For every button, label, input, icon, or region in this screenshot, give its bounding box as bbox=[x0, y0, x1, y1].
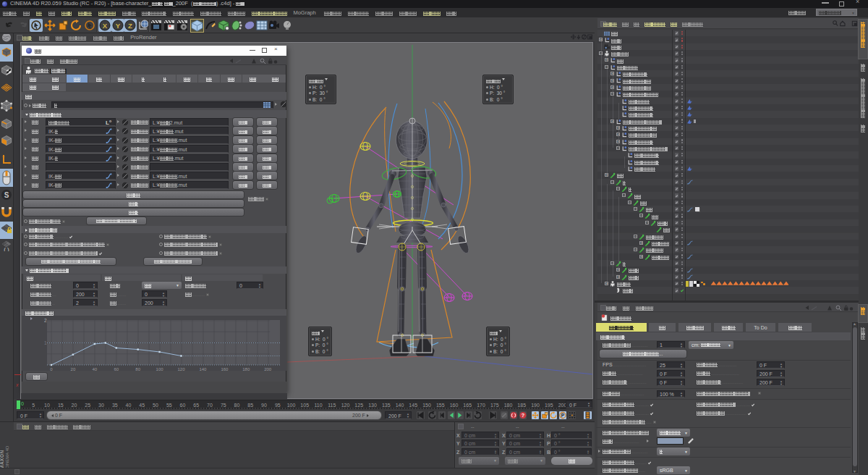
svg-text:105: 105 bbox=[300, 403, 309, 408]
svg-text:185: 185 bbox=[517, 403, 526, 408]
svg-text:10: 10 bbox=[44, 403, 50, 408]
svg-text:S: S bbox=[4, 191, 9, 199]
svg-text:40: 40 bbox=[126, 403, 132, 408]
svg-text:95: 95 bbox=[275, 403, 281, 408]
svg-text:75: 75 bbox=[221, 403, 226, 408]
svg-text:( ): ( ) bbox=[4, 246, 9, 252]
svg-text:90: 90 bbox=[261, 403, 267, 408]
svg-text:P: P bbox=[561, 413, 565, 418]
svg-text:20: 20 bbox=[72, 403, 77, 408]
svg-text:50: 50 bbox=[153, 403, 158, 408]
svg-text:115: 115 bbox=[328, 403, 336, 408]
svg-text:170: 170 bbox=[477, 403, 485, 408]
svg-text:70: 70 bbox=[207, 403, 213, 408]
svg-text:Z: Z bbox=[128, 22, 132, 30]
svg-text:195: 195 bbox=[545, 403, 553, 408]
svg-text:Y: Y bbox=[115, 22, 120, 30]
svg-text:X: X bbox=[103, 22, 108, 30]
svg-text:180: 180 bbox=[504, 403, 513, 408]
svg-text:110: 110 bbox=[314, 403, 322, 408]
svg-text:100: 100 bbox=[287, 403, 296, 408]
svg-text:190: 190 bbox=[531, 403, 540, 408]
svg-text:?: ? bbox=[522, 412, 525, 419]
svg-text:80: 80 bbox=[234, 403, 240, 408]
svg-text:25: 25 bbox=[85, 403, 90, 408]
svg-text:130: 130 bbox=[368, 403, 377, 408]
svg-text:125: 125 bbox=[354, 403, 363, 408]
svg-text:135: 135 bbox=[382, 403, 391, 408]
svg-text:120: 120 bbox=[341, 403, 350, 408]
svg-text:15: 15 bbox=[58, 403, 64, 408]
svg-text:35: 35 bbox=[112, 403, 118, 408]
svg-text:160: 160 bbox=[450, 403, 459, 408]
svg-text:150: 150 bbox=[422, 403, 431, 408]
svg-text:55: 55 bbox=[166, 403, 172, 408]
svg-text:85: 85 bbox=[247, 403, 253, 408]
svg-text:60: 60 bbox=[180, 403, 186, 408]
svg-text:155: 155 bbox=[436, 403, 445, 408]
svg-text:175: 175 bbox=[490, 403, 499, 408]
svg-text:165: 165 bbox=[463, 403, 472, 408]
svg-text:45: 45 bbox=[139, 403, 145, 408]
svg-text:65: 65 bbox=[193, 403, 199, 408]
svg-text:5: 5 bbox=[32, 403, 35, 408]
svg-text:30: 30 bbox=[98, 403, 104, 408]
svg-text:140: 140 bbox=[396, 403, 404, 408]
svg-text:145: 145 bbox=[409, 403, 417, 408]
